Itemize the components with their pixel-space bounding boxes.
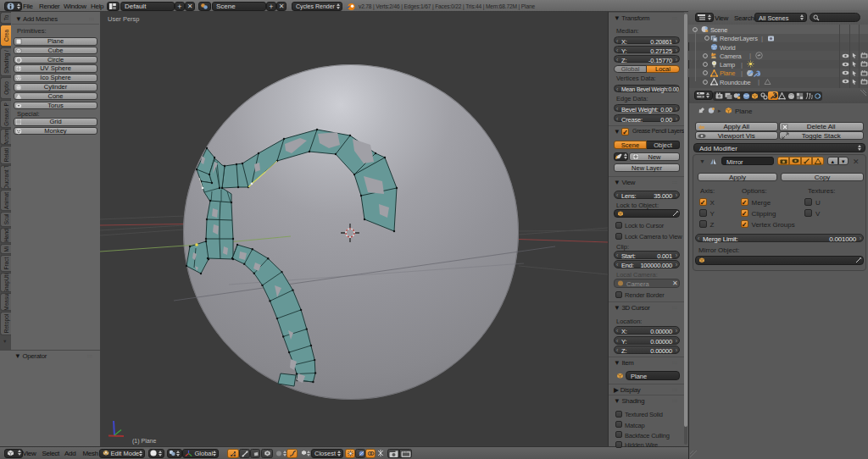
svg-text:User Persp: User Persp: [108, 15, 140, 23]
svg-text:(1) Plane: (1) Plane: [132, 438, 157, 445]
